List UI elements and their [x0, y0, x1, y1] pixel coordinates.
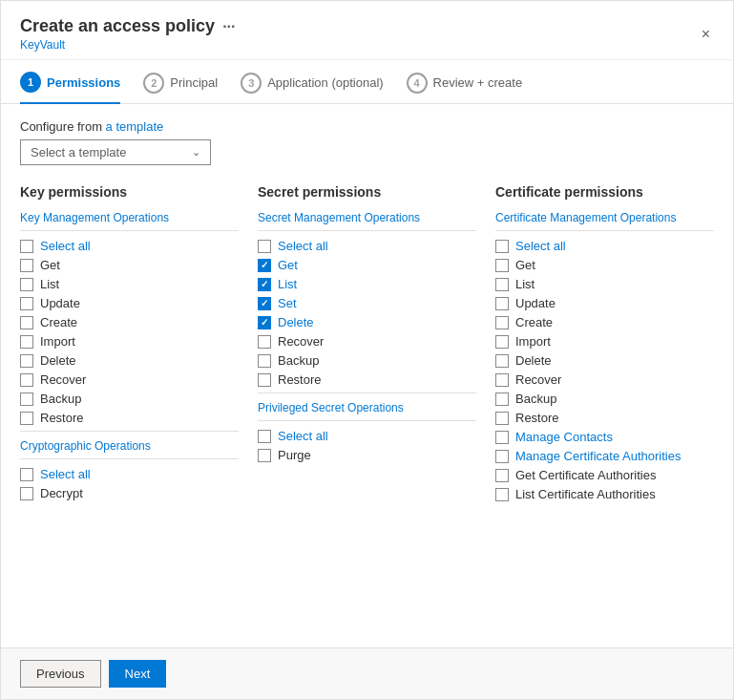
step-2-principal[interactable]: 2 Principal [143, 73, 218, 103]
panel-title-text: Create an access policy [20, 16, 215, 36]
secret-restore-checkbox[interactable] [258, 373, 271, 387]
cert-manage-ca-label: Manage Certificate Authorities [515, 449, 681, 463]
key-import-checkbox[interactable] [20, 335, 33, 349]
cert-import-checkbox[interactable] [495, 335, 509, 349]
step-2-circle: 2 [143, 73, 164, 94]
secret-get-checkbox[interactable] [258, 259, 271, 272]
key-delete-item: Delete [20, 353, 239, 368]
cert-list-item: List [495, 277, 714, 291]
cert-get-item: Get [495, 258, 714, 272]
key-permissions-column: Key permissions Key Management Operation… [20, 184, 239, 506]
secret-select-all-item: Select all [258, 239, 476, 253]
cert-update-checkbox[interactable] [495, 297, 509, 310]
key-mgmt-divider [20, 230, 239, 231]
next-button[interactable]: Next [109, 660, 167, 688]
priv-secret-divider [258, 392, 476, 393]
configure-label: Configure from a template [20, 119, 714, 134]
key-select-all-label: Select all [40, 239, 91, 253]
key-list-label: List [40, 277, 59, 291]
key-delete-checkbox[interactable] [20, 354, 33, 368]
cert-delete-label: Delete [515, 353, 552, 368]
cert-recover-label: Recover [515, 372, 561, 387]
cert-select-all-checkbox[interactable] [495, 240, 509, 253]
template-link[interactable]: a template [106, 119, 164, 134]
key-restore-checkbox[interactable] [20, 412, 33, 425]
priv-purge-checkbox[interactable] [258, 449, 271, 462]
cert-list-checkbox[interactable] [495, 278, 509, 291]
more-options-icon[interactable]: ··· [222, 18, 235, 35]
key-recover-checkbox[interactable] [20, 373, 33, 387]
key-import-item: Import [20, 334, 239, 349]
key-restore-label: Restore [40, 411, 84, 425]
secret-set-checkbox[interactable] [258, 297, 271, 310]
close-button[interactable]: × [698, 22, 714, 47]
cert-manage-ca-item: Manage Certificate Authorities [495, 449, 714, 463]
step-1-permissions[interactable]: 1 Permissions [20, 72, 120, 104]
cert-create-label: Create [515, 315, 553, 329]
template-select-text: Select a template [31, 145, 126, 159]
cert-get-checkbox[interactable] [495, 259, 509, 272]
cert-manage-ca-checkbox[interactable] [495, 450, 509, 463]
cert-mgmt-divider [495, 230, 714, 231]
cert-list-label: List [515, 277, 535, 291]
cert-manage-contacts-checkbox[interactable] [495, 431, 509, 444]
key-recover-item: Recover [20, 372, 239, 387]
crypto-section-title: Cryptographic Operations [20, 439, 239, 453]
panel-header: Create an access policy ··· KeyVault × [1, 1, 733, 60]
priv-purge-label: Purge [278, 448, 311, 462]
step-3-application[interactable]: 3 Application (optional) [241, 73, 383, 103]
key-select-all-checkbox[interactable] [20, 240, 33, 253]
key-permissions-title: Key permissions [20, 184, 239, 200]
key-update-item: Update [20, 296, 239, 310]
key-list-checkbox[interactable] [20, 278, 33, 291]
secret-select-all-checkbox[interactable] [258, 240, 271, 253]
secret-list-label: List [278, 277, 297, 291]
key-backup-checkbox[interactable] [20, 392, 33, 406]
panel-header-left: Create an access policy ··· KeyVault [20, 16, 235, 52]
cert-backup-checkbox[interactable] [495, 392, 509, 406]
crypto-select-all-item: Select all [20, 467, 239, 481]
cert-select-all-item: Select all [495, 239, 714, 253]
cert-delete-checkbox[interactable] [495, 354, 509, 368]
secret-permissions-column: Secret permissions Secret Management Ope… [258, 184, 476, 506]
previous-button[interactable]: Previous [20, 660, 101, 688]
secret-recover-checkbox[interactable] [258, 335, 271, 349]
cert-backup-label: Backup [515, 392, 556, 406]
step-4-review[interactable]: 4 Review + create [407, 73, 523, 103]
cert-get-ca-item: Get Certificate Authorities [495, 468, 714, 482]
key-update-checkbox[interactable] [20, 297, 33, 310]
cert-restore-checkbox[interactable] [495, 412, 509, 425]
cert-get-label: Get [515, 258, 535, 272]
cert-permissions-title: Certificate permissions [495, 184, 714, 200]
secret-recover-item: Recover [258, 334, 476, 349]
key-select-all-item: Select all [20, 239, 239, 253]
template-select-dropdown[interactable]: Select a template ⌄ [20, 139, 211, 165]
secret-select-all-label: Select all [278, 239, 328, 253]
cert-import-item: Import [495, 334, 714, 349]
key-delete-label: Delete [40, 353, 76, 368]
key-get-checkbox[interactable] [20, 259, 33, 272]
crypto-decrypt-checkbox[interactable] [20, 487, 33, 500]
cert-backup-item: Backup [495, 392, 714, 406]
crypto-select-all-checkbox[interactable] [20, 468, 33, 481]
secret-list-checkbox[interactable] [258, 278, 271, 291]
cert-create-item: Create [495, 315, 714, 329]
priv-select-all-checkbox[interactable] [258, 430, 271, 443]
secret-backup-checkbox[interactable] [258, 354, 271, 368]
secret-delete-checkbox[interactable] [258, 316, 271, 329]
key-create-item: Create [20, 315, 239, 329]
crypto-divider [20, 431, 239, 432]
cert-get-ca-checkbox[interactable] [495, 469, 509, 482]
key-create-checkbox[interactable] [20, 316, 33, 329]
secret-delete-item: Delete [258, 315, 476, 329]
crypto-select-all-label: Select all [40, 467, 91, 481]
secret-restore-label: Restore [278, 372, 322, 387]
cert-recover-checkbox[interactable] [495, 373, 509, 387]
priv-secret-divider2 [258, 420, 476, 421]
step-1-label: Permissions [47, 75, 120, 90]
secret-backup-label: Backup [278, 353, 319, 368]
cert-list-ca-checkbox[interactable] [495, 488, 509, 501]
crypto-decrypt-item: Decrypt [20, 486, 239, 500]
cert-create-checkbox[interactable] [495, 316, 509, 329]
steps-bar: 1 Permissions 2 Principal 3 Application … [1, 60, 733, 104]
